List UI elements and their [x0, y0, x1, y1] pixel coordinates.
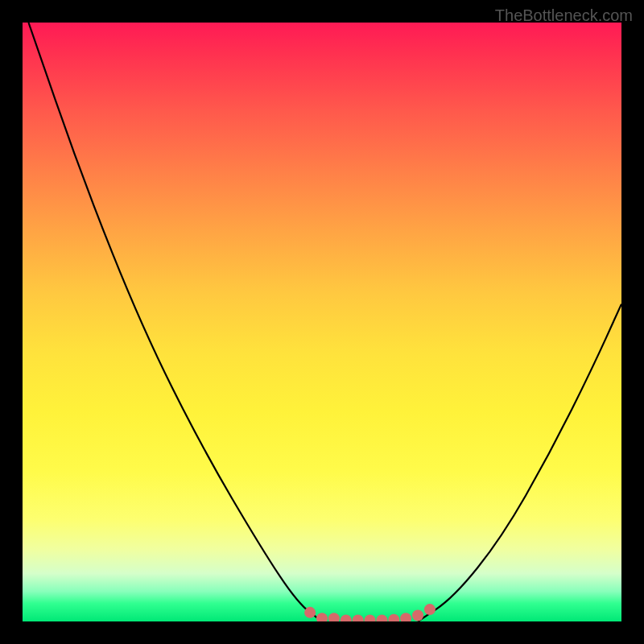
right-curve: [418, 304, 621, 621]
bottleneck-dot: [304, 607, 316, 618]
bottleneck-dot: [316, 613, 328, 621]
bottleneck-dot: [400, 613, 411, 621]
chart-curves-svg: [23, 23, 621, 621]
watermark-text: TheBottleneck.com: [495, 6, 633, 25]
left-curve: [28, 23, 322, 621]
chart-plot-area: [23, 23, 621, 621]
bottleneck-dot: [388, 614, 399, 621]
bottleneck-dot: [365, 615, 376, 621]
bottleneck-dot: [341, 615, 352, 621]
bottleneck-mask: [304, 604, 436, 621]
bottleneck-dot: [424, 604, 436, 615]
bottleneck-dot: [376, 615, 387, 621]
bottleneck-dot: [328, 613, 340, 621]
bottleneck-dot: [353, 615, 364, 621]
bottleneck-dot: [412, 610, 423, 621]
